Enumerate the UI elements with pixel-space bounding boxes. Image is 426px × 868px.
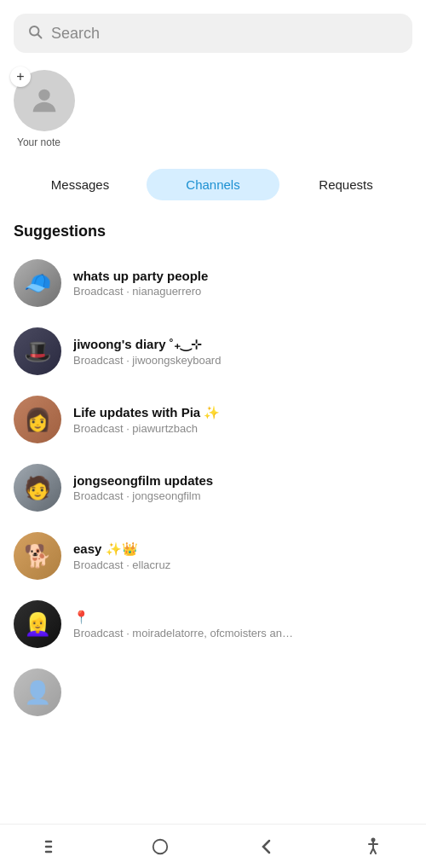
- bottom-nav: [0, 824, 426, 868]
- nav-lines-icon[interactable]: [37, 830, 71, 864]
- channel-avatar: 🧑: [14, 464, 61, 512]
- nav-home-icon[interactable]: [143, 830, 177, 864]
- channel-name: jongseongfilm updates: [73, 473, 412, 488]
- svg-line-11: [373, 848, 376, 854]
- channel-info: easy ✨👑 Broadcast · ellacruz: [73, 541, 412, 571]
- tabs-bar: Messages Channels Requests: [14, 169, 412, 200]
- channel-info: 📍 Broadcast · moiradelatorre, ofcmoister…: [73, 610, 412, 639]
- channel-item[interactable]: 🧑 jongseongfilm updates Broadcast · jong…: [0, 454, 426, 522]
- channel-info: jongseongfilm updates Broadcast · jongse…: [73, 473, 412, 502]
- channel-name: Life updates with Pia ✨: [73, 405, 412, 420]
- channel-avatar: 🐕: [14, 532, 61, 580]
- search-bar[interactable]: Search: [14, 14, 412, 53]
- suggestions-title: Suggestions: [14, 223, 412, 240]
- channel-avatar: 🎩: [14, 327, 61, 375]
- search-icon: [27, 24, 43, 43]
- svg-point-2: [38, 90, 49, 101]
- channel-meta: Broadcast · jongseongfilm: [73, 489, 412, 502]
- channel-avatar: 👤: [14, 668, 61, 716]
- channel-item[interactable]: 👩 Life updates with Pia ✨ Broadcast · pi…: [0, 385, 426, 454]
- channel-meta: Broadcast · nianaguerrero: [73, 285, 412, 298]
- tab-requests[interactable]: Requests: [279, 169, 412, 200]
- channel-item[interactable]: 🐕 easy ✨👑 Broadcast · ellacruz: [0, 522, 426, 590]
- channel-meta: Broadcast · piawurtzbach: [73, 422, 412, 435]
- channel-name: 📍: [73, 610, 412, 625]
- nav-back-icon[interactable]: [250, 830, 284, 864]
- your-note-label: Your note: [17, 136, 60, 148]
- channel-meta: Broadcast · moiradelatorre, ofcmoisters …: [73, 627, 412, 639]
- channel-list: 🧢 whats up party people Broadcast · nian…: [0, 249, 426, 767]
- nav-accessibility-icon[interactable]: [356, 830, 390, 864]
- story-avatar-wrap[interactable]: +: [14, 70, 75, 131]
- svg-line-1: [38, 35, 42, 38]
- svg-point-0: [30, 26, 39, 36]
- channel-info: Life updates with Pia ✨ Broadcast · piaw…: [73, 405, 412, 435]
- add-story-button[interactable]: +: [10, 67, 31, 87]
- channel-info: whats up party people Broadcast · nianag…: [73, 269, 412, 298]
- channel-avatar: 👱‍♀️: [14, 600, 61, 648]
- search-placeholder: Search: [51, 25, 100, 43]
- story-section: + Your note: [0, 53, 426, 157]
- channel-item[interactable]: 👤: [0, 658, 426, 767]
- channel-name: jiwoong's diary ˚₊‿⊹: [73, 337, 412, 352]
- channel-meta: Broadcast · jiwoongskeyboard: [73, 354, 412, 367]
- channel-avatar: 👩: [14, 396, 61, 443]
- tab-channels[interactable]: Channels: [147, 169, 279, 200]
- channel-meta: Broadcast · ellacruz: [73, 558, 412, 571]
- channel-info: jiwoong's diary ˚₊‿⊹ Broadcast · jiwoong…: [73, 337, 412, 367]
- tab-messages[interactable]: Messages: [14, 169, 147, 200]
- svg-rect-6: [153, 839, 167, 854]
- channel-name: whats up party people: [73, 269, 412, 283]
- channel-item[interactable]: 🎩 jiwoong's diary ˚₊‿⊹ Broadcast · jiwoo…: [0, 317, 426, 385]
- channel-item[interactable]: 👱‍♀️ 📍 Broadcast · moiradelatorre, ofcmo…: [0, 590, 426, 658]
- channel-name: easy ✨👑: [73, 541, 412, 557]
- channel-avatar: 🧢: [14, 259, 61, 307]
- channel-item[interactable]: 🧢 whats up party people Broadcast · nian…: [0, 249, 426, 317]
